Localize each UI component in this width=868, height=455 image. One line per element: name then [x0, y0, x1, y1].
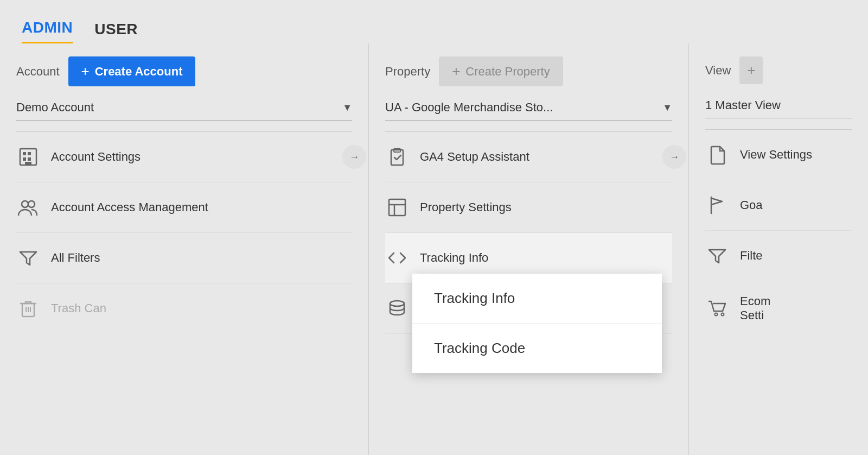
account-dropdown[interactable]: Demo Account ▼ — [16, 95, 352, 121]
trash-icon — [16, 296, 40, 320]
account-dropdown-arrow-icon: ▼ — [342, 102, 352, 113]
property-column: Property + Create Property UA - Google M… — [369, 43, 689, 455]
property-settings-item[interactable]: Property Settings — [385, 182, 672, 233]
create-account-button[interactable]: + Create Account — [68, 56, 196, 86]
property-col-header: Property + Create Property — [385, 56, 672, 86]
create-property-label: Create Property — [465, 65, 550, 79]
clipboard-check-icon — [385, 145, 409, 169]
trash-can-item[interactable]: Trash Can — [16, 283, 352, 333]
flag-icon — [705, 193, 729, 217]
svg-rect-2 — [28, 152, 31, 155]
ecommerce-settings-item[interactable]: Ecom Setti — [705, 281, 852, 336]
account-column: Account + Create Account Demo Account ▼ — [0, 43, 369, 455]
svg-rect-1 — [23, 152, 26, 155]
svg-rect-5 — [25, 162, 31, 165]
tracking-code-flyout-label: Tracking Code — [434, 340, 525, 356]
tracking-info-flyout-label: Tracking Info — [434, 290, 515, 306]
property-dropdown-arrow-icon: ▼ — [662, 102, 672, 113]
create-account-label: Create Account — [95, 65, 183, 79]
svg-point-15 — [715, 313, 718, 316]
account-access-management-label: Account Access Management — [51, 200, 208, 214]
create-view-button[interactable]: + — [739, 56, 763, 84]
view-filters-item[interactable]: Filte — [705, 231, 852, 281]
view-col-header: View + — [705, 56, 852, 84]
database-icon — [385, 296, 409, 320]
create-property-button[interactable]: + Create Property — [439, 56, 563, 86]
cart-icon — [705, 296, 729, 320]
tracking-flyout: Tracking Info Tracking Code — [412, 274, 662, 373]
tracking-code-flyout-item[interactable]: Tracking Code — [412, 324, 662, 373]
ecommerce-settings-label: Ecom — [740, 294, 770, 308]
tracking-info-flyout-item[interactable]: Tracking Info — [412, 274, 662, 324]
ga4-arrow-icon: → — [662, 145, 686, 169]
svg-point-7 — [28, 201, 35, 207]
property-dropdown[interactable]: UA - Google Merchandise Sto... ▼ — [385, 95, 672, 121]
tab-user[interactable]: USER — [94, 21, 138, 43]
goals-label: Goa — [740, 198, 763, 212]
filter-icon — [16, 246, 40, 270]
users-icon — [16, 195, 40, 219]
top-tabs-bar: ADMIN USER — [0, 0, 868, 43]
view-filter-icon — [705, 244, 729, 268]
svg-point-16 — [722, 313, 724, 316]
ga4-setup-item[interactable]: GA4 Setup Assistant → — [385, 132, 672, 182]
view-filters-label: Filte — [740, 249, 763, 263]
view-settings-label: View Settings — [740, 148, 812, 162]
account-dropdown-text: Demo Account — [16, 100, 94, 115]
code-brackets-icon — [385, 246, 409, 270]
account-access-management-item[interactable]: Account Access Management — [16, 182, 352, 233]
main-content: Account + Create Account Demo Account ▼ — [0, 43, 868, 455]
svg-rect-3 — [23, 157, 26, 161]
all-filters-item[interactable]: All Filters — [16, 233, 352, 283]
account-settings-item[interactable]: Account Settings → — [16, 132, 352, 182]
account-col-header: Account + Create Account — [16, 56, 352, 86]
svg-point-14 — [390, 301, 404, 306]
view-settings-item[interactable]: View Settings — [705, 130, 852, 180]
property-col-label: Property — [385, 65, 430, 79]
account-settings-label: Account Settings — [51, 150, 141, 164]
create-account-plus-icon: + — [81, 63, 90, 80]
svg-rect-4 — [28, 157, 31, 161]
ga4-setup-label: GA4 Setup Assistant — [420, 150, 529, 164]
goals-item[interactable]: Goa — [705, 180, 852, 231]
view-column: View + 1 Master View View Settings — [689, 43, 868, 455]
tab-admin[interactable]: ADMIN — [22, 19, 73, 43]
view-col-label: View — [705, 64, 731, 78]
view-dropdown[interactable]: 1 Master View — [705, 93, 852, 118]
account-settings-arrow-icon: → — [342, 145, 366, 169]
document-icon — [705, 143, 729, 167]
create-property-plus-icon: + — [452, 63, 460, 80]
property-settings-label: Property Settings — [420, 200, 512, 214]
account-col-label: Account — [16, 65, 60, 79]
tracking-info-label: Tracking Info — [420, 251, 488, 265]
svg-point-6 — [22, 201, 28, 207]
view-dropdown-text: 1 Master View — [705, 98, 781, 112]
property-dropdown-text: UA - Google Merchandise Sto... — [385, 100, 553, 115]
trash-can-label: Trash Can — [51, 301, 106, 315]
building-icon — [16, 145, 40, 169]
create-view-plus-icon: + — [747, 62, 755, 79]
layout-icon — [385, 195, 409, 219]
all-filters-label: All Filters — [51, 251, 100, 265]
svg-rect-11 — [389, 199, 405, 216]
